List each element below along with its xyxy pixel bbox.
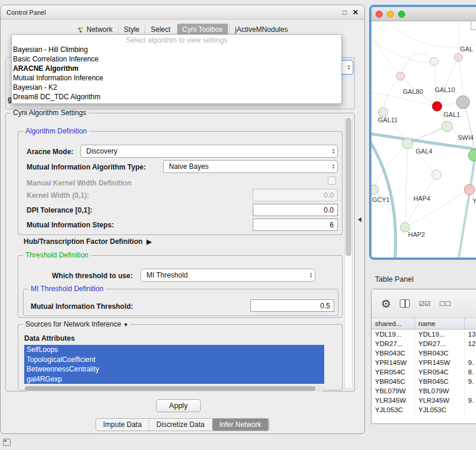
table-cell: 9.: [464, 377, 476, 386]
network-window-titlebar[interactable]: [371, 7, 476, 21]
network-node[interactable]: [454, 53, 462, 61]
data-attribute-item[interactable]: TopologicalCoefficient: [24, 355, 324, 365]
settings-group-title: Cyni Algorithm Settings: [11, 109, 89, 118]
network-edge[interactable]: [400, 54, 434, 76]
network-edge[interactable]: [457, 21, 459, 57]
network-node[interactable]: [464, 184, 475, 195]
apply-button[interactable]: Apply: [156, 399, 201, 412]
select-all-icon[interactable]: ☑☑: [419, 300, 431, 308]
network-edge[interactable]: [434, 61, 437, 106]
data-attribute-item[interactable]: BetweennessCentrality: [24, 364, 324, 374]
dpi-tolerance-field[interactable]: 0.0: [253, 204, 338, 216]
column-header[interactable]: shared...: [371, 318, 415, 330]
algorithm-option[interactable]: ARACNE Algorithm: [12, 64, 341, 73]
close-traffic-light-icon[interactable]: [376, 11, 383, 18]
network-canvas[interactable]: GALGAL80GAL10GAL11GAL1SWI4GAL4GCY1HAP4YH…: [371, 21, 476, 260]
network-edge[interactable]: [405, 144, 407, 227]
close-window-icon[interactable]: ✕: [353, 8, 358, 17]
data-attribute-item[interactable]: gal4RGexp: [24, 374, 324, 384]
manual-kernel-checkbox[interactable]: [328, 177, 336, 185]
network-node[interactable]: [396, 72, 405, 80]
settings-vertical-scrollbar[interactable]: [344, 116, 353, 389]
network-edge[interactable]: [459, 161, 474, 257]
algorithm-definition-group: Algorithm Definition Aracne Mode: Discov…: [18, 131, 343, 235]
zoom-traffic-light-icon[interactable]: [398, 11, 405, 18]
bottom-tab-infer-network[interactable]: Infer Network: [212, 419, 268, 431]
network-edge[interactable]: [371, 41, 434, 62]
network-node[interactable]: [457, 96, 470, 109]
network-node[interactable]: [442, 121, 452, 132]
table-row[interactable]: YER054CYER054C8.: [371, 367, 476, 377]
network-edge[interactable]: [383, 76, 400, 112]
sources-title[interactable]: Sources for Network Inference ▼: [23, 320, 131, 330]
table-row[interactable]: YDR27...YDR27...12: [371, 339, 476, 348]
combo-arrows-icon: ▴ ▾: [348, 64, 350, 70]
bottom-tab-discretize-data[interactable]: Discretize Data: [149, 419, 211, 431]
bottom-tab-impute-data[interactable]: Impute Data: [96, 419, 148, 431]
table-cell: [464, 405, 476, 415]
which-threshold-label: Which threshold to use:: [52, 272, 133, 280]
gear-icon[interactable]: ⚙: [381, 298, 391, 309]
panel-splitter-handle[interactable]: [358, 217, 361, 222]
network-edge[interactable]: [383, 21, 476, 47]
control-panel-titlebar[interactable]: Control Panel □ ✕: [1, 5, 364, 19]
node-label: HAP4: [413, 195, 431, 202]
network-node[interactable]: [430, 57, 438, 66]
scrollbar-thumb[interactable]: [345, 118, 351, 256]
combo-arrows-icon: ▴ ▾: [332, 164, 334, 169]
network-edge[interactable]: [374, 144, 407, 190]
panel-dock-icon[interactable]: [3, 439, 11, 446]
table-row[interactable]: YJL053CYJL053C: [371, 405, 476, 415]
table-row[interactable]: YDL19...YDL19...13: [371, 330, 476, 340]
network-node[interactable]: [379, 107, 388, 117]
network-node[interactable]: [402, 138, 413, 149]
table-header-row: shared...name: [371, 318, 476, 330]
network-edge[interactable]: [374, 190, 405, 227]
tab-network[interactable]: Network: [72, 24, 118, 35]
algorithm-option[interactable]: Bayesian - K2: [12, 83, 341, 92]
table-row[interactable]: YBR043CYBR043C: [371, 348, 476, 358]
network-node[interactable]: [371, 185, 379, 194]
columns-icon[interactable]: [400, 299, 410, 308]
column-header[interactable]: [464, 318, 476, 330]
tab-jactivemnodules[interactable]: jActiveMNodules: [229, 24, 293, 35]
mi-threshold-label: Mutual Information Threshold:: [31, 302, 133, 311]
data-attributes-label: Data Attributes: [24, 334, 75, 343]
deselect-all-icon[interactable]: ☐☐: [439, 300, 451, 308]
network-node[interactable]: [468, 149, 476, 161]
attributes-horizontal-scrollbar[interactable]: [24, 386, 324, 392]
minimize-traffic-light-icon[interactable]: [387, 11, 394, 18]
node-label: GAL80: [403, 88, 423, 95]
aracne-mode-label: Aracne Mode:: [27, 148, 73, 156]
network-node[interactable]: [432, 170, 441, 180]
aracne-mode-select[interactable]: Discovery ▴ ▾: [80, 145, 338, 158]
mi-threshold-field[interactable]: 0.5: [250, 299, 334, 312]
table-cell: YDL19...: [415, 330, 464, 340]
table-row[interactable]: YPR145WYPR145W9.: [371, 358, 476, 367]
mi-steps-field[interactable]: 6: [253, 219, 338, 231]
float-window-icon[interactable]: □: [343, 8, 347, 17]
which-threshold-select[interactable]: MI Threshold ▴ ▾: [141, 269, 315, 282]
table-row[interactable]: YBL079WYBL079W: [371, 386, 476, 396]
hub-definition-toggle[interactable]: Hub/Transcription Factor Definition▶: [24, 237, 152, 246]
table-row[interactable]: YLR345WYLR345W9.: [371, 396, 476, 405]
tab-label: Network: [87, 25, 113, 34]
network-graph[interactable]: GALGAL80GAL10GAL11GAL1SWI4GAL4GCY1HAP4YH…: [371, 21, 476, 257]
column-header[interactable]: name: [415, 318, 464, 330]
algorithm-option[interactable]: Basic Correlation Inference: [12, 54, 341, 64]
mi-type-value: Naive Bayes: [169, 162, 208, 171]
scrollbar-thumb[interactable]: [25, 386, 315, 391]
algorithm-option[interactable]: Bayesian - Hill Climbing: [12, 45, 341, 54]
algorithm-option[interactable]: Mutual Information Inference: [12, 73, 341, 83]
network-edge[interactable]: [437, 57, 458, 106]
tab-style[interactable]: Style: [118, 24, 145, 35]
tab-cyni-toolbox[interactable]: Cyni Toolbox: [177, 24, 228, 35]
tab-select[interactable]: Select: [145, 24, 175, 35]
manual-kernel-label: Manual Kernel Width Definition: [27, 179, 131, 187]
mi-type-select[interactable]: Naive Bayes ▴ ▾: [163, 160, 338, 173]
network-node[interactable]: [432, 102, 442, 111]
table-row[interactable]: YBR045CYBR045C9.: [371, 377, 476, 386]
data-attribute-item[interactable]: SelfLoops: [24, 345, 324, 355]
node-label: HAP2: [408, 231, 425, 238]
algorithm-option[interactable]: Dream8 DC_TDC Algorithm: [12, 92, 341, 102]
